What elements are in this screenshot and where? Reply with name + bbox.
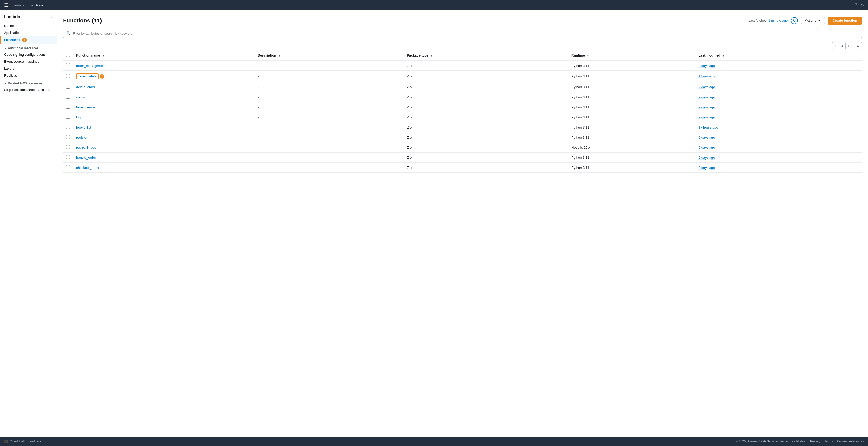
sidebar-item-code-signing[interactable]: Code signing configurations: [0, 51, 57, 58]
function-description-1: -: [255, 71, 404, 82]
dropdown-arrow-icon: ▼: [817, 19, 821, 23]
function-last-modified-4[interactable]: 2 days ago: [699, 105, 715, 109]
function-description-10: -: [255, 163, 404, 173]
next-page-button[interactable]: ›: [845, 42, 852, 49]
refresh-button[interactable]: ↻: [791, 17, 798, 24]
col-description[interactable]: Description ▼: [255, 50, 404, 60]
col-function-name[interactable]: Function name ▼: [73, 50, 255, 60]
row-checkbox-9[interactable]: [66, 155, 70, 159]
function-last-modified-7[interactable]: 2 days ago: [699, 136, 715, 139]
table-row: handle_order-ZipPython 3.112 days ago: [63, 152, 862, 163]
function-package-type-0: Zip: [404, 60, 568, 71]
function-runtime-8: Node.js 20.x: [568, 142, 695, 152]
table-header-row: Function name ▼ Description ▼ Package ty…: [63, 50, 862, 60]
function-link-checkout_order[interactable]: checkout_order: [76, 166, 99, 170]
function-runtime-0: Python 3.11: [568, 60, 695, 71]
page-actions: Last fetched 1 minute ago ↻ Actions ▼ Cr…: [748, 16, 862, 25]
breadcrumb-separator: ›: [26, 3, 27, 7]
col-runtime[interactable]: Runtime ▼: [568, 50, 695, 60]
functions-table-body: order_management-ZipPython 3.112 days ag…: [63, 60, 862, 173]
function-runtime-5: Python 3.11: [568, 112, 695, 122]
function-link-login[interactable]: login: [76, 115, 83, 119]
table-settings-button[interactable]: ⚙: [855, 42, 862, 49]
row-checkbox-2[interactable]: [66, 85, 70, 89]
sort-icon-pkg: ▼: [430, 54, 433, 57]
sidebar-item-dashboard[interactable]: Dashboard: [0, 22, 57, 29]
page-number: 1: [841, 44, 843, 48]
function-link-order_management[interactable]: order_management: [76, 64, 105, 68]
cloudshell-icon: ⬛: [4, 440, 8, 443]
function-description-2: -: [255, 82, 404, 92]
create-function-button[interactable]: Create function: [828, 16, 862, 25]
function-link-confirm[interactable]: confirm: [76, 95, 87, 99]
function-link-book_create[interactable]: book_create: [76, 105, 95, 109]
table-pagination-top: ‹ 1 › ⚙: [63, 42, 862, 49]
row-checkbox-10[interactable]: [66, 165, 70, 169]
sidebar-item-event-source[interactable]: Event source mappings: [0, 58, 57, 65]
function-last-modified-10[interactable]: 2 days ago: [699, 166, 715, 170]
sidebar-item-functions[interactable]: Functions 1: [0, 36, 57, 44]
function-link-delete_order[interactable]: delete_order: [76, 85, 95, 89]
sort-icon-modified: ▼: [722, 54, 725, 57]
select-all-checkbox[interactable]: [66, 53, 70, 57]
sidebar-header: Lambda ‹: [0, 10, 57, 21]
nav-icons: ? ⚙: [855, 3, 864, 8]
actions-button[interactable]: Actions ▼: [801, 17, 825, 24]
prev-page-button[interactable]: ‹: [832, 42, 839, 49]
book-delete-step-badge: 2: [100, 74, 104, 79]
help-icon[interactable]: ?: [855, 3, 857, 8]
table-row: book_delete2-ZipPython 3.111 hour ago: [63, 71, 862, 82]
function-last-modified-5[interactable]: 2 days ago: [699, 115, 715, 119]
function-last-modified-3[interactable]: 2 days ago: [699, 95, 715, 99]
row-checkbox-0[interactable]: [66, 63, 70, 67]
sidebar-item-applications[interactable]: Applications: [0, 29, 57, 36]
function-description-5: -: [255, 112, 404, 122]
row-checkbox-4[interactable]: [66, 105, 70, 109]
sort-icon-runtime: ▼: [587, 54, 590, 57]
table-row: order_management-ZipPython 3.112 days ag…: [63, 60, 862, 71]
col-last-modified[interactable]: Last modified ▼: [695, 50, 862, 60]
breadcrumb-functions: Functions: [29, 3, 43, 7]
function-last-modified-9[interactable]: 2 days ago: [699, 156, 715, 160]
footer: ⬛ CloudShell Feedback © 2025, Amazon Web…: [0, 437, 868, 446]
cloudshell-button[interactable]: ⬛ CloudShell: [4, 440, 25, 443]
search-bar: 🔍: [63, 29, 862, 38]
row-checkbox-5[interactable]: [66, 115, 70, 119]
footer-right: © 2025, Amazon Web Services, Inc. or its…: [736, 440, 864, 443]
breadcrumb-lambda[interactable]: Lambda: [12, 3, 25, 7]
function-link-register[interactable]: register: [76, 136, 87, 139]
col-package-type[interactable]: Package type ▼: [404, 50, 568, 60]
sidebar-item-layers[interactable]: Layers: [0, 65, 57, 72]
sidebar-item-replicas[interactable]: Replicas: [0, 72, 57, 79]
privacy-link[interactable]: Privacy: [810, 440, 820, 443]
function-package-type-9: Zip: [404, 152, 568, 163]
function-last-modified-0[interactable]: 2 days ago: [699, 64, 715, 68]
terms-link[interactable]: Terms: [824, 440, 833, 443]
function-runtime-9: Python 3.11: [568, 152, 695, 163]
cookie-preferences-link[interactable]: Cookie preferences: [837, 440, 864, 443]
function-last-modified-1[interactable]: 1 hour ago: [699, 74, 715, 78]
function-link-handle_order[interactable]: handle_order: [76, 156, 96, 160]
table-row: resize_image-ZipNode.js 20.x2 days ago: [63, 142, 862, 152]
function-link-book_delete[interactable]: book_delete: [76, 73, 99, 79]
function-last-modified-8[interactable]: 2 days ago: [699, 145, 715, 149]
row-checkbox-8[interactable]: [66, 145, 70, 149]
sidebar-collapse-button[interactable]: ‹: [51, 14, 53, 19]
search-input[interactable]: [73, 32, 859, 35]
row-checkbox-7[interactable]: [66, 135, 70, 139]
row-checkbox-6[interactable]: [66, 125, 70, 129]
function-description-0: -: [255, 60, 404, 71]
functions-step-badge: 1: [22, 38, 27, 42]
feedback-link[interactable]: Feedback: [28, 440, 41, 443]
sidebar-item-step-functions[interactable]: Step Functions state machines: [0, 86, 57, 93]
hamburger-menu-icon[interactable]: ☰: [4, 2, 8, 8]
row-checkbox-1[interactable]: [66, 74, 70, 78]
settings-icon[interactable]: ⚙: [860, 3, 864, 8]
function-last-modified-6[interactable]: 17 hours ago: [699, 126, 718, 129]
function-link-resize_image[interactable]: resize_image: [76, 145, 96, 149]
function-last-modified-2[interactable]: 2 days ago: [699, 85, 715, 89]
function-link-books_list[interactable]: books_list: [76, 126, 91, 129]
fetched-time-link[interactable]: 1 minute ago: [768, 19, 788, 23]
row-checkbox-3[interactable]: [66, 95, 70, 99]
table-row: login-ZipPython 3.112 days ago: [63, 112, 862, 122]
